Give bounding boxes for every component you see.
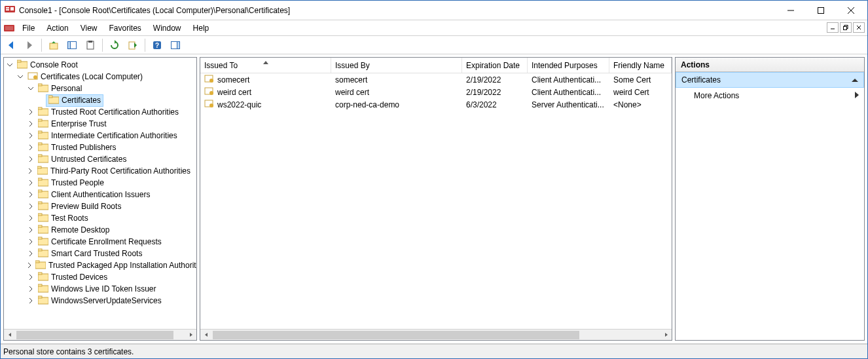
tree-folder[interactable]: WindowsServerUpdateServices bbox=[4, 295, 196, 307]
expander-closed-icon[interactable] bbox=[26, 107, 35, 117]
menu-action[interactable]: Action bbox=[41, 20, 74, 35]
column-purposes[interactable]: Intended Purposes bbox=[528, 58, 609, 73]
expander-closed-icon[interactable] bbox=[26, 296, 35, 305]
tree-folder[interactable]: Preview Build Roots bbox=[4, 200, 196, 212]
table-row[interactable]: somecertsomecert2/19/2022Client Authenti… bbox=[200, 73, 672, 86]
export-button[interactable] bbox=[125, 37, 141, 53]
expander-closed-icon[interactable] bbox=[26, 166, 35, 176]
expander-closed-icon[interactable] bbox=[26, 261, 33, 270]
maximize-button[interactable] bbox=[806, 1, 836, 20]
column-expiration[interactable]: Expiration Date bbox=[462, 58, 528, 73]
menu-view[interactable]: View bbox=[75, 20, 103, 35]
clipboard-button[interactable] bbox=[82, 37, 98, 53]
folder-icon bbox=[35, 260, 46, 271]
expander-closed-icon[interactable] bbox=[26, 119, 35, 128]
tree-folder[interactable]: Trusted Root Certification Authorities bbox=[4, 106, 196, 118]
scroll-thumb[interactable] bbox=[213, 331, 579, 339]
svg-rect-20 bbox=[129, 42, 135, 49]
tree-folder[interactable]: Certificate Enrollment Requests bbox=[4, 236, 196, 248]
expander-closed-icon[interactable] bbox=[26, 131, 35, 140]
tree-folder[interactable]: Enterprise Trust bbox=[4, 118, 196, 130]
actions-panel: Actions Certificates More Actions bbox=[675, 57, 865, 341]
tree-folder[interactable]: Trusted Publishers bbox=[4, 142, 196, 153]
actions-more-actions[interactable]: More Actions bbox=[676, 88, 864, 104]
list-horizontal-scrollbar[interactable] bbox=[200, 329, 672, 340]
expander-closed-icon[interactable] bbox=[26, 237, 35, 246]
help-button[interactable]: ? bbox=[149, 37, 165, 53]
toolbar: ? bbox=[1, 36, 867, 54]
table-row[interactable]: ws2022-quiccorp-ned-ca-demo6/3/2022Serve… bbox=[200, 98, 672, 111]
tree-label-text: Third-Party Root Certification Authoriti… bbox=[50, 166, 190, 176]
mdi-close[interactable] bbox=[853, 22, 865, 33]
menu-help[interactable]: Help bbox=[187, 20, 215, 35]
menu-window[interactable]: Window bbox=[147, 20, 187, 35]
expander-open-icon[interactable] bbox=[5, 60, 14, 69]
expander-closed-icon[interactable] bbox=[26, 284, 35, 293]
tree-folder[interactable]: Remote Desktop bbox=[4, 224, 196, 236]
expander-closed-icon[interactable] bbox=[26, 178, 35, 187]
scroll-right-button[interactable] bbox=[660, 330, 672, 341]
scroll-track[interactable] bbox=[15, 330, 185, 341]
forward-button[interactable] bbox=[22, 37, 37, 53]
back-button[interactable] bbox=[3, 37, 19, 53]
list-body[interactable]: somecertsomecert2/19/2022Client Authenti… bbox=[200, 73, 672, 329]
menu-favorites[interactable]: Favorites bbox=[103, 20, 147, 35]
expander-closed-icon[interactable] bbox=[26, 273, 35, 282]
scroll-left-button[interactable] bbox=[4, 330, 15, 341]
mdi-restore[interactable] bbox=[840, 22, 852, 33]
tree-folder[interactable]: Test Roots bbox=[4, 212, 196, 224]
expander-open-icon[interactable] bbox=[26, 84, 35, 93]
tree-scroll[interactable]: Console Root Certificates (Local Compute… bbox=[4, 58, 196, 329]
tree-console-root[interactable]: Console Root bbox=[4, 59, 196, 71]
tree-folder[interactable]: Untrusted Certificates bbox=[4, 153, 196, 165]
cell-text: ws2022-quic bbox=[217, 100, 261, 109]
cell-expiration: 2/19/2022 bbox=[462, 75, 528, 85]
close-button[interactable] bbox=[836, 1, 866, 20]
tree-certificates-local-computer[interactable]: Certificates (Local Computer) bbox=[4, 71, 196, 83]
tree-horizontal-scrollbar[interactable] bbox=[4, 329, 196, 340]
actions-group-label: Certificates bbox=[681, 75, 721, 85]
expander-closed-icon[interactable] bbox=[26, 214, 35, 223]
tree-folder[interactable]: Smart Card Trusted Roots bbox=[4, 248, 196, 259]
column-friendly-name[interactable]: Friendly Name bbox=[609, 58, 672, 73]
tree-folder[interactable]: Trusted Packaged App Installation Author… bbox=[4, 259, 196, 271]
up-button[interactable] bbox=[46, 37, 62, 53]
tree-label-text: Certificate Enrollment Requests bbox=[51, 237, 162, 246]
expander-closed-icon[interactable] bbox=[26, 225, 35, 235]
expander-closed-icon[interactable] bbox=[26, 249, 35, 258]
cell-purposes: Client Authenticati... bbox=[528, 75, 609, 85]
actions-group-certificates[interactable]: Certificates bbox=[676, 72, 864, 88]
tree-personal[interactable]: Personal bbox=[4, 83, 196, 94]
scroll-left-button[interactable] bbox=[200, 330, 211, 341]
scroll-right-button[interactable] bbox=[185, 330, 196, 341]
tree-folder[interactable]: Trusted People bbox=[4, 177, 196, 189]
scroll-thumb[interactable] bbox=[16, 331, 173, 339]
expander-closed-icon[interactable] bbox=[26, 190, 35, 199]
refresh-button[interactable] bbox=[107, 37, 122, 53]
tree-folder[interactable]: Windows Live ID Token Issuer bbox=[4, 283, 196, 295]
column-issued-by[interactable]: Issued By bbox=[331, 58, 462, 73]
scroll-track[interactable] bbox=[211, 330, 660, 341]
show-hide-action-button[interactable] bbox=[168, 37, 183, 53]
expander-open-icon[interactable] bbox=[16, 72, 25, 81]
column-issued-to[interactable]: Issued To bbox=[200, 58, 331, 73]
expander-closed-icon[interactable] bbox=[26, 202, 35, 211]
table-row[interactable]: weird certweird cert2/19/2022Client Auth… bbox=[200, 86, 672, 98]
tree-personal-certificates[interactable]: Certificates bbox=[4, 94, 196, 106]
cell-purposes: Server Authenticati... bbox=[528, 100, 609, 109]
expander-closed-icon[interactable] bbox=[26, 155, 35, 164]
folder-icon bbox=[38, 284, 48, 295]
menu-file[interactable]: File bbox=[16, 20, 41, 35]
show-hide-tree-button[interactable] bbox=[64, 37, 80, 53]
tree-folder[interactable]: Third-Party Root Certification Authoriti… bbox=[4, 165, 196, 177]
tree-folder[interactable]: Intermediate Certification Authorities bbox=[4, 130, 196, 142]
tree-folder[interactable]: Trusted Devices bbox=[4, 271, 196, 283]
svg-rect-24 bbox=[177, 41, 180, 48]
folder-icon bbox=[38, 83, 48, 94]
mdi-minimize[interactable] bbox=[827, 22, 839, 33]
mdi-app-icon[interactable] bbox=[2, 20, 16, 35]
tree-label-text: Preview Build Roots bbox=[51, 202, 121, 211]
expander-closed-icon[interactable] bbox=[26, 143, 35, 152]
tree-folder[interactable]: Client Authentication Issuers bbox=[4, 189, 196, 200]
minimize-button[interactable] bbox=[776, 1, 806, 20]
